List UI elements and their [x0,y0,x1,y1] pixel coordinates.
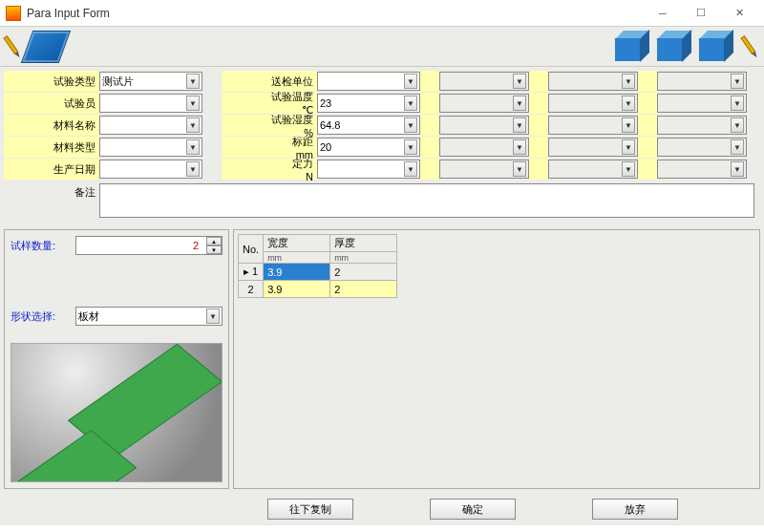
col-width: 宽度 [264,235,330,252]
chevron-down-icon: ▼ [513,161,526,177]
label-remark: 备注 [4,183,99,218]
dimension-table-panel: No. 宽度 厚度 mm mm ▸ 1 3.9 2 2 3.9 2 [233,229,760,489]
cell-thick[interactable]: 2 [330,281,397,298]
chevron-down-icon: ▼ [513,139,526,155]
dimension-table[interactable]: No. 宽度 厚度 mm mm ▸ 1 3.9 2 2 3.9 2 [238,234,397,298]
label-send-unit: 送检单位 [222,71,317,92]
chevron-down-icon: ▼ [622,96,635,111]
combo-test-temp[interactable]: 23▼ [317,94,420,113]
svg-rect-2 [741,35,755,53]
table-row: ▸ 1 3.9 2 [239,264,397,281]
pencil-right-icon [741,31,760,63]
spinner-down-icon[interactable]: ▼ [206,245,222,254]
sample-panel: 试样数量: 2 ▲▼ 形状选择: 板材▼ [4,229,229,489]
combo-gauge[interactable]: 20▼ [317,138,420,157]
combo-tester[interactable]: ▼ [99,94,202,113]
chevron-down-icon: ▼ [186,117,200,133]
chevron-down-icon: ▼ [186,74,200,89]
ok-button[interactable]: 确定 [430,499,516,520]
toolbar [0,27,764,67]
label-force: 定力N [222,159,317,180]
label-test-type: 试验类型 [4,71,99,92]
chevron-down-icon: ▼ [404,161,417,177]
combo-extra-1c: ▼ [657,72,747,91]
combo-extra-5b: ▼ [548,160,638,179]
close-button[interactable]: ✕ [720,3,758,24]
chevron-down-icon: ▼ [404,96,417,111]
chevron-down-icon: ▼ [731,74,744,89]
chevron-down-icon: ▼ [404,139,417,155]
chevron-down-icon: ▼ [186,139,200,155]
combo-material-type[interactable]: ▼ [99,138,202,157]
label-sample-count: 试样数量: [11,239,75,253]
label-prod-date: 生产日期 [4,159,99,180]
cancel-button[interactable]: 放弃 [592,499,678,520]
parameter-form: 试验类型 测试片▼ 送检单位 ▼ ▼ ▼ ▼ 试验员 ▼ 试验温度℃ 23▼ ▼… [0,67,764,225]
window-title: Para Input Form [27,7,644,20]
chevron-down-icon: ▼ [206,309,220,324]
combo-extra-3c: ▼ [657,116,747,135]
chevron-down-icon: ▼ [404,117,417,133]
app-icon [6,6,21,21]
chevron-down-icon: ▼ [731,96,744,111]
combo-extra-1a: ▼ [439,72,529,91]
chevron-down-icon: ▼ [622,139,635,155]
button-row: 往下复制 确定 放弃 [0,493,764,525]
chevron-down-icon: ▼ [731,139,744,155]
combo-extra-2c: ▼ [657,94,747,113]
cell-width[interactable]: 3.9 [264,264,330,281]
chevron-down-icon: ▼ [731,161,744,177]
combo-test-humid[interactable]: 64.8▼ [317,116,420,135]
cube-button-2[interactable] [657,31,691,63]
svg-rect-0 [4,35,18,53]
combo-prod-date[interactable]: ▼ [99,160,202,179]
spinner-up-icon[interactable]: ▲ [206,237,222,245]
label-gauge: 标距mm [222,137,317,158]
combo-material-name[interactable]: ▼ [99,116,202,135]
pencil-left-icon [4,31,23,63]
minimize-button[interactable]: ─ [644,3,682,24]
label-material-name: 材料名称 [4,115,99,136]
chevron-down-icon: ▼ [513,117,526,133]
chevron-down-icon: ▼ [622,117,635,133]
combo-extra-3a: ▼ [439,116,529,135]
label-test-humid: 试验湿度% [222,115,317,136]
cell-thick[interactable]: 2 [330,264,397,281]
label-tester: 试验员 [4,93,99,114]
label-material-type: 材料类型 [4,137,99,158]
combo-extra-4c: ▼ [657,138,747,157]
cube-button-1[interactable] [615,31,649,63]
col-no: No. [239,235,264,264]
label-shape-select: 形状选择: [11,309,75,324]
sample-count-spinner[interactable]: 2 ▲▼ [75,236,223,255]
lower-panel: 试样数量: 2 ▲▼ 形状选择: 板材▼ No. 宽度 厚度 mm mm [0,225,764,493]
combo-extra-4b: ▼ [548,138,638,157]
chevron-down-icon: ▼ [513,96,526,111]
combo-extra-3b: ▼ [548,116,638,135]
combo-send-unit[interactable]: ▼ [317,72,420,91]
maximize-button[interactable]: ☐ [682,3,720,24]
document-icon[interactable] [21,31,71,63]
combo-extra-5c: ▼ [657,160,747,179]
combo-extra-2b: ▼ [548,94,638,113]
combo-extra-2a: ▼ [439,94,529,113]
combo-extra-1b: ▼ [548,72,638,91]
combo-force[interactable]: ▼ [317,160,420,179]
col-thick: 厚度 [330,235,397,252]
titlebar: Para Input Form ─ ☐ ✕ [0,0,764,27]
remark-input[interactable] [99,183,754,218]
label-test-temp: 试验温度℃ [222,93,317,114]
copy-down-button[interactable]: 往下复制 [267,499,353,520]
combo-test-type[interactable]: 测试片▼ [99,72,202,91]
combo-extra-5a: ▼ [439,160,529,179]
chevron-down-icon: ▼ [186,96,200,111]
cube-button-3[interactable] [699,31,733,63]
chevron-down-icon: ▼ [731,117,744,133]
cell-width[interactable]: 3.9 [264,281,330,298]
combo-shape-select[interactable]: 板材▼ [75,307,223,326]
shape-preview [11,343,223,482]
table-row: 2 3.9 2 [239,281,397,298]
chevron-down-icon: ▼ [622,74,635,89]
combo-extra-4a: ▼ [439,138,529,157]
chevron-down-icon: ▼ [513,74,526,89]
